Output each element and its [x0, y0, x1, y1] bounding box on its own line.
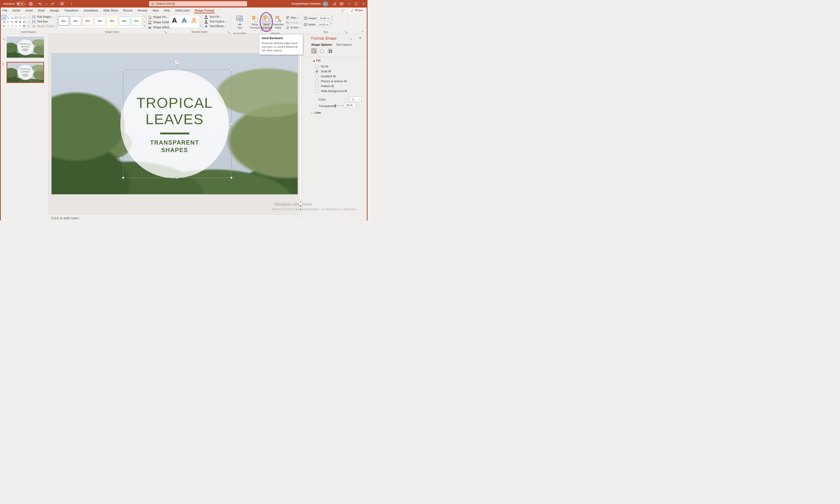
text-outline-button[interactable]: A Text Outline — [204, 19, 226, 24]
shape-rectangle-icon[interactable] — [14, 16, 18, 20]
tab-file[interactable]: File — [0, 7, 10, 13]
wordart-scroll-up[interactable] — [199, 15, 202, 19]
slide-editing-area[interactable]: TROPICALLEAVES TRANSPARENTSHAPES — [51, 53, 298, 195]
shape-elbow-arrow-connector-icon[interactable] — [10, 20, 14, 24]
transparency-spin-down-icon[interactable] — [356, 105, 357, 107]
slide-subtitle[interactable]: TRANSPARENTSHAPES — [150, 139, 199, 154]
search-input[interactable] — [156, 2, 245, 5]
height-spin-down-icon[interactable] — [330, 18, 332, 20]
tab-shape-format[interactable]: Shape Format — [192, 7, 217, 13]
slide-2-thumbnail[interactable]: TROPICALLEAVES TRANSPARENTSHAPES — [6, 62, 44, 83]
shape-down-arrow-icon[interactable] — [18, 20, 22, 24]
shape-text-box-icon[interactable]: A — [2, 16, 6, 20]
shapes-gallery-more-button[interactable] — [27, 24, 30, 28]
radio-icon[interactable] — [315, 65, 319, 68]
tab-view[interactable]: View — [150, 7, 161, 13]
fill-option-no-fill[interactable]: No fill — [315, 65, 328, 68]
height-input[interactable] — [319, 17, 329, 20]
transparency-spin-up-icon[interactable] — [356, 104, 357, 105]
wordart-dialog-launcher[interactable] — [227, 31, 230, 34]
shape-styles-scroll-down[interactable] — [143, 19, 146, 23]
fill-section-header[interactable]: ◢ Fill — [313, 59, 321, 62]
shape-rounded-rectangle-icon[interactable] — [22, 16, 26, 20]
shape-curve-icon[interactable] — [10, 24, 14, 28]
shape-styles-scroll-up[interactable] — [143, 15, 146, 19]
wordart-style-1[interactable]: A — [169, 15, 179, 25]
autosave-toggle[interactable]: AutoSave Off — [3, 2, 25, 6]
shape-scribble-icon[interactable] — [2, 24, 6, 28]
tab-slidelizard[interactable]: SlideLizard — [173, 7, 192, 13]
resize-handle-ne[interactable] — [230, 69, 232, 71]
title-divider[interactable] — [160, 132, 189, 134]
resize-handle-e[interactable] — [230, 123, 232, 125]
text-box-button[interactable]: A Text Box — [32, 19, 57, 24]
collapse-ribbon-icon[interactable] — [362, 31, 363, 33]
notes-area[interactable]: Click to add notes — [49, 215, 299, 220]
resize-handle-w[interactable] — [122, 123, 124, 125]
alt-text-button[interactable]: Alt Text — [234, 14, 245, 32]
text-effects-button[interactable]: A Text Effects — [204, 24, 226, 28]
wordart-style-2[interactable]: A — [179, 15, 189, 25]
wordart-style-3[interactable]: A — [189, 15, 199, 25]
fill-option-solid-fill[interactable]: Solid fill — [315, 70, 331, 73]
transparent-circle-shape[interactable]: TROPICALLEAVES TRANSPARENTSHAPES — [120, 70, 229, 178]
shape-right-arrow-icon[interactable] — [14, 20, 18, 24]
transparency-field[interactable]: 20 % — [344, 103, 358, 108]
undo-button[interactable] — [37, 0, 43, 7]
tab-insert[interactable]: Insert — [23, 7, 35, 13]
radio-checked-icon[interactable] — [315, 70, 319, 73]
tab-record[interactable]: Record — [121, 7, 135, 13]
ribbon-display-options-icon[interactable] — [338, 0, 345, 7]
resize-handle-s[interactable] — [176, 177, 178, 179]
merge-shapes-button[interactable]: Merge Shapes — [32, 24, 57, 28]
line-section-header[interactable]: ▷ Line — [311, 111, 321, 114]
comments-button[interactable] — [339, 8, 346, 13]
align-button[interactable]: Align — [285, 16, 301, 20]
effects-icon[interactable] — [319, 48, 325, 54]
pane-options-dropdown-icon[interactable] — [350, 38, 352, 40]
slider-thumb[interactable] — [335, 104, 336, 107]
resize-handle-sw[interactable] — [122, 177, 124, 179]
shape-line-arrow-icon[interactable] — [10, 16, 14, 20]
slide-1-thumbnail[interactable]: TROPICALLEAVES TRANSPARENTSHAPES — [6, 37, 44, 58]
save-button[interactable] — [27, 0, 34, 7]
shape-styles-more-button[interactable] — [143, 24, 146, 28]
shape-freeform-icon[interactable] — [22, 20, 26, 24]
wordart-more-button[interactable] — [199, 24, 202, 28]
quick-access-toolbar-dropdown-icon[interactable] — [68, 0, 75, 7]
fill-option-pattern-fill[interactable]: Pattern fill — [315, 85, 334, 88]
shape-triangle-icon[interactable] — [2, 20, 6, 24]
maximize-button[interactable] — [353, 0, 360, 7]
height-field[interactable] — [318, 16, 332, 21]
shapes-gallery-scroll-up[interactable] — [27, 15, 30, 19]
scrollbar-thumb[interactable] — [300, 38, 301, 199]
text-fill-button[interactable]: A Text Fill — [204, 15, 226, 19]
tab-animations[interactable]: Animations — [81, 7, 101, 13]
width-input[interactable] — [319, 23, 328, 26]
shape-style-2[interactable]: Abc — [70, 16, 81, 25]
height-spin-up-icon[interactable] — [330, 17, 332, 18]
shape-oval-icon[interactable] — [18, 16, 22, 20]
resize-handle-se[interactable] — [230, 177, 232, 179]
group-button[interactable]: Group — [285, 20, 301, 24]
canvas-vertical-scrollbar[interactable] — [299, 34, 302, 220]
width-field[interactable] — [317, 22, 332, 27]
wordart-scroll-down[interactable] — [199, 19, 202, 23]
fill-and-line-icon[interactable] — [311, 48, 317, 54]
avatar[interactable]: GJ — [323, 1, 328, 6]
user-name[interactable]: Gumpelmeyer Johanna — [291, 2, 321, 5]
resize-handle-nw[interactable] — [122, 69, 124, 71]
radio-icon[interactable] — [315, 80, 319, 83]
fill-option-gradient-fill[interactable]: Gradient fill — [315, 75, 336, 78]
shape-right-brace-icon[interactable]: } — [18, 24, 22, 28]
redo-button[interactable] — [49, 0, 56, 7]
fill-color-button[interactable] — [350, 97, 361, 102]
radio-icon[interactable] — [315, 85, 319, 88]
pane-tab-shape-options[interactable]: Shape Options — [311, 43, 332, 47]
pane-close-button[interactable]: × — [358, 35, 363, 40]
selection-pane-button[interactable]: Selection Pane — [272, 14, 284, 32]
minimize-button[interactable] — [345, 0, 353, 7]
radio-icon[interactable] — [315, 75, 319, 78]
tab-home[interactable]: Home — [10, 7, 23, 13]
shape-style-3[interactable]: Abc — [82, 16, 93, 25]
